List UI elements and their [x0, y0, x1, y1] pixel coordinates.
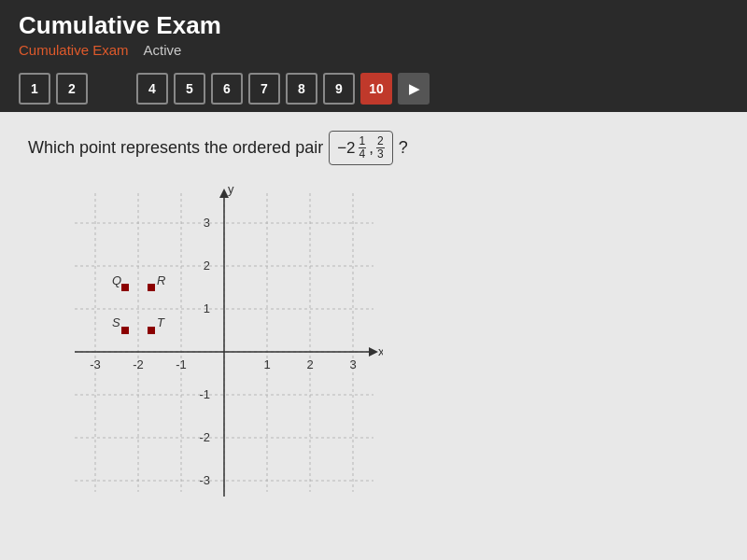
nav-next-button[interactable]: ▶	[398, 73, 430, 105]
nav-btn-8[interactable]: 8	[286, 73, 317, 105]
svg-text:Q: Q	[112, 273, 121, 287]
svg-text:1: 1	[204, 301, 210, 315]
svg-text:-2: -2	[199, 430, 210, 444]
svg-text:2: 2	[204, 259, 210, 273]
header: Cumulative Exam Cumulative Exam Active	[0, 0, 747, 65]
svg-text:-2: -2	[133, 357, 144, 371]
fraction-2: 2 3	[376, 135, 385, 161]
svg-text:-1: -1	[199, 387, 210, 401]
svg-text:-1: -1	[176, 357, 187, 371]
nav-btn-2[interactable]: 2	[56, 73, 88, 105]
svg-text:y: y	[228, 184, 234, 196]
math-expression: −2 1 4 , 2 3	[329, 131, 393, 165]
svg-marker-15	[369, 347, 378, 357]
svg-text:T: T	[157, 315, 165, 329]
svg-text:R: R	[157, 273, 165, 287]
point-q	[121, 284, 129, 291]
nav-btn-6[interactable]: 6	[211, 73, 243, 105]
nav-btn-5[interactable]: 5	[174, 73, 205, 105]
subtitle: Cumulative Exam	[19, 42, 129, 58]
page-title: Cumulative Exam	[19, 11, 728, 40]
svg-text:S: S	[112, 315, 120, 329]
svg-text:-3: -3	[90, 357, 101, 371]
nav-btn-7[interactable]: 7	[248, 73, 280, 105]
fraction-1: 1 4	[359, 135, 367, 161]
graph-container: -3 -2 -1 1 2 3 x 3 2 1 -1 -2 -3 y Q R S	[65, 184, 383, 520]
nav-btn-1[interactable]: 1	[19, 73, 50, 105]
point-s	[121, 327, 129, 334]
svg-text:x: x	[378, 344, 383, 358]
svg-text:1: 1	[263, 357, 270, 371]
question-label: Which point represents the ordered pair	[28, 138, 323, 158]
main-content: Which point represents the ordered pair …	[0, 112, 747, 560]
coordinate-graph: -3 -2 -1 1 2 3 x 3 2 1 -1 -2 -3 y Q R S	[65, 184, 383, 520]
point-t	[148, 327, 155, 334]
svg-text:-3: -3	[199, 473, 210, 487]
navigation-bar: 1 2 4 5 6 7 8 9 10 ▶	[0, 65, 747, 112]
nav-btn-10[interactable]: 10	[360, 73, 392, 105]
svg-text:3: 3	[349, 357, 356, 371]
question-mark: ?	[399, 138, 408, 158]
svg-text:3: 3	[204, 216, 210, 230]
svg-text:2: 2	[306, 357, 313, 371]
nav-btn-4[interactable]: 4	[136, 73, 168, 105]
status-badge: Active	[144, 42, 182, 58]
nav-btn-9[interactable]: 9	[323, 73, 355, 105]
point-r	[148, 284, 155, 291]
question-text: Which point represents the ordered pair …	[28, 131, 719, 165]
